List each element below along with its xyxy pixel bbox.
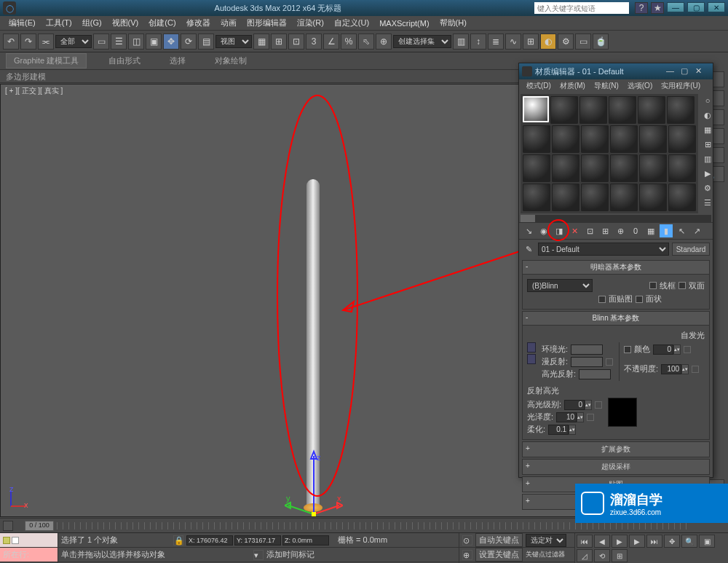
coord-z-input[interactable]	[282, 535, 329, 546]
sample-type-icon[interactable]: ○	[701, 94, 714, 107]
material-slot[interactable]	[552, 184, 579, 211]
menu-views[interactable]: 视图(V)	[108, 16, 143, 30]
add-timetag[interactable]: 添加时间标记	[266, 549, 314, 560]
go-parent-icon[interactable]: ↖	[675, 224, 688, 237]
select-icon[interactable]: ▭	[93, 34, 109, 50]
tab-objpaint[interactable]: 对象绘制	[207, 54, 254, 68]
material-slot[interactable]	[523, 125, 550, 153]
mat-titlebar[interactable]: 材质编辑器 - 01 - Default — ▢ ✕	[519, 63, 713, 79]
material-slot[interactable]	[552, 154, 579, 182]
pick-material-icon[interactable]: ✎	[522, 243, 535, 256]
prev-frame-icon[interactable]: ◀	[594, 535, 610, 548]
star-icon[interactable]: ★	[651, 2, 664, 14]
move-gizmo-icon[interactable]: z x y	[285, 449, 343, 521]
curve-editor-icon[interactable]: ∿	[505, 34, 521, 50]
selfillum-color-checkbox[interactable]	[624, 346, 631, 353]
filter-select[interactable]: 全部	[55, 35, 92, 48]
mat-menu-options[interactable]: 选项(O)	[625, 80, 655, 92]
undo-icon[interactable]: ↶	[3, 34, 19, 50]
tab-selection[interactable]: 选择	[162, 54, 193, 68]
mat-menu-modes[interactable]: 模式(D)	[523, 80, 554, 92]
coord-y-input[interactable]	[234, 535, 281, 546]
close-button[interactable]: ✕	[708, 2, 725, 12]
twosided-checkbox[interactable]	[678, 282, 686, 289]
selectname-icon[interactable]: ☰	[111, 34, 127, 50]
move-icon[interactable]: ✥	[163, 34, 179, 50]
material-editor-icon[interactable]: ◐	[540, 34, 556, 50]
make-copy-icon[interactable]: ⊡	[583, 224, 596, 237]
soften-spinner[interactable]	[548, 425, 569, 435]
mat-minimize-button[interactable]: —	[666, 66, 681, 76]
ambient-lock-icon[interactable]	[527, 342, 536, 353]
layers-icon[interactable]: ≣	[488, 34, 504, 50]
mat-effects-icon[interactable]: 0	[629, 224, 642, 237]
mirror-icon[interactable]: ▥	[453, 34, 469, 50]
setkey-button[interactable]: 设置关键点	[475, 548, 523, 562]
render-icon[interactable]: 🍵	[593, 34, 609, 50]
speclevel-map-button[interactable]	[595, 401, 602, 409]
material-editor-window[interactable]: 材质编辑器 - 01 - Default — ▢ ✕ 模式(D) 材质(M) 导…	[518, 63, 713, 478]
menu-grapheditors[interactable]: 图形编辑器	[242, 16, 291, 30]
material-slot[interactable]	[667, 96, 695, 124]
help-icon[interactable]: ?	[635, 2, 648, 14]
ambient-color-swatch[interactable]	[571, 345, 603, 355]
put-to-library-icon[interactable]: ⊕	[614, 224, 627, 237]
go-sibling-icon[interactable]: ↗	[690, 224, 703, 237]
pan-icon[interactable]: ✥	[664, 535, 680, 548]
diffuse-lock-icon[interactable]	[527, 354, 536, 364]
autokey-button[interactable]: 自动关键点	[475, 533, 523, 547]
material-slot[interactable]	[610, 184, 638, 211]
selectby-icon[interactable]: ☰	[701, 196, 714, 209]
diffuse-color-swatch[interactable]	[571, 357, 603, 367]
gloss-spinner[interactable]	[556, 412, 577, 422]
anglesnap-icon[interactable]: ∠	[323, 34, 339, 50]
script-listener-label[interactable]: 所在行:	[3, 549, 29, 560]
spinnersnap-icon[interactable]: ⬁	[358, 34, 374, 50]
schematic-icon[interactable]: ⊞	[523, 34, 539, 50]
diffuse-map-button[interactable]	[606, 358, 613, 366]
material-slot[interactable]	[609, 96, 636, 124]
menu-customize[interactable]: 自定义(U)	[330, 16, 373, 30]
link-icon[interactable]: ⫘	[38, 34, 54, 50]
material-slot[interactable]	[523, 154, 550, 182]
reset-map-icon[interactable]: ✕	[568, 224, 581, 237]
material-slot[interactable]	[581, 154, 609, 182]
keyfilter-select[interactable]: 选定对象	[526, 534, 566, 547]
material-slot[interactable]	[523, 184, 550, 211]
material-slot[interactable]	[581, 184, 609, 211]
mat-close-button[interactable]: ✕	[695, 66, 710, 76]
menu-help[interactable]: 帮助(H)	[435, 16, 471, 30]
menu-rendering[interactable]: 渲染(R)	[293, 16, 328, 30]
material-name-select[interactable]: 01 - Default	[538, 243, 669, 256]
material-slot[interactable]	[638, 96, 665, 124]
zoom-extents-icon[interactable]: ▣	[699, 535, 715, 548]
opacity-spinner[interactable]	[661, 364, 681, 374]
material-slot[interactable]	[639, 154, 667, 182]
wire-checkbox[interactable]	[649, 282, 657, 289]
specular-color-swatch[interactable]	[579, 369, 611, 379]
keymode-icon[interactable]: ⊡	[288, 34, 304, 50]
mat-menu-utilities[interactable]: 实用程序(U)	[658, 80, 703, 92]
menu-edit[interactable]: 编辑(E)	[4, 16, 40, 30]
menu-group[interactable]: 组(G)	[78, 16, 106, 30]
scale-icon[interactable]: ▤	[198, 34, 214, 50]
maximize-button[interactable]: ▢	[687, 2, 705, 12]
material-slot[interactable]	[550, 96, 578, 124]
put-to-scene-icon[interactable]: ◉	[537, 224, 550, 237]
pivot-icon[interactable]: ▦	[253, 34, 269, 50]
show-in-viewport-icon[interactable]: ▦	[644, 224, 657, 237]
material-slot-1[interactable]	[523, 96, 549, 122]
speclevel-spinner[interactable]	[564, 400, 585, 410]
material-slot[interactable]	[581, 125, 609, 153]
material-type-button[interactable]: Standard	[672, 243, 710, 256]
timeline-config-icon[interactable]	[3, 521, 13, 531]
material-slot[interactable]	[639, 184, 667, 211]
setkey-icon[interactable]: ⊕	[462, 550, 472, 560]
get-material-icon[interactable]: ↘	[522, 224, 535, 237]
coord-x-input[interactable]	[186, 535, 233, 546]
rollout-header[interactable]: 明暗器基本参数	[523, 261, 709, 275]
facemap-checkbox[interactable]	[598, 296, 606, 303]
rollout-supersampling[interactable]: 超级采样	[522, 459, 710, 475]
play-icon[interactable]: ▶	[612, 535, 628, 548]
show-end-result-icon[interactable]: ▮	[660, 224, 673, 237]
